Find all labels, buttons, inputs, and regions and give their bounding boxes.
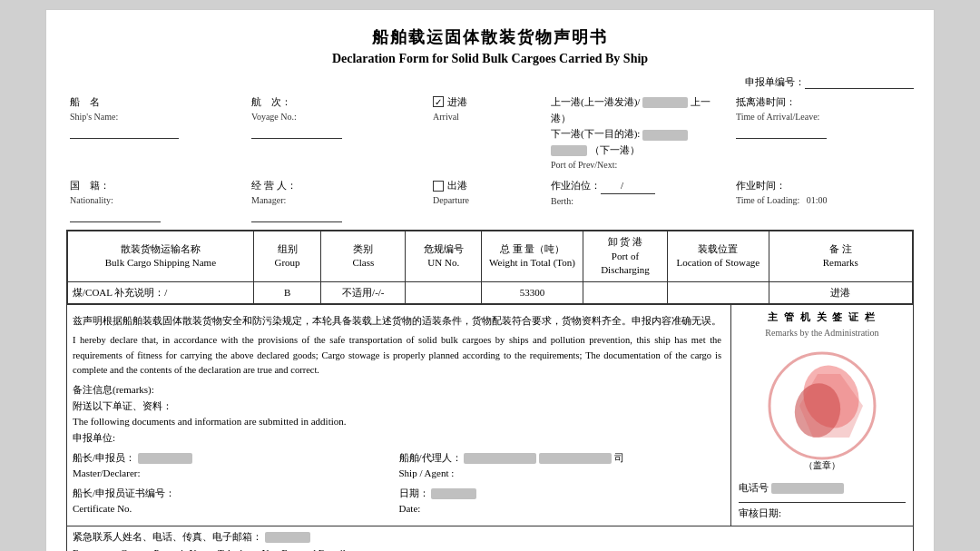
title-en: Declaration Form for Solid Bulk Cargoes …	[66, 52, 914, 66]
arrival-checkbox[interactable]: ✓	[433, 96, 444, 107]
report-no-label: 申报单编号：	[745, 75, 805, 89]
th-class: 类别 Class	[321, 231, 406, 281]
table-cell-7: 进港	[769, 281, 912, 303]
admin-title-en: Remarks by the Administration	[765, 328, 878, 338]
submitter-label: 申报单位:	[73, 430, 721, 447]
agent-label-cn: 船舶/代理人： 司	[399, 450, 722, 467]
berth-value: /	[601, 178, 655, 194]
leave-time-field: 抵离港时间： Time of Arrival/Leave:	[732, 93, 914, 174]
master-value	[138, 453, 192, 464]
table-cell-0: 煤/COAL 补充说明：/	[68, 281, 254, 303]
voyage-label-en: Voyage No.:	[251, 110, 426, 123]
table-cell-3	[406, 281, 482, 303]
berth-field: 作业泊位： / Berth:	[547, 176, 732, 224]
nationality-label-en: Nationality:	[70, 193, 244, 207]
ship-label-cn: 船 名	[70, 94, 244, 110]
departure-checkbox-row: 出港	[433, 178, 544, 193]
date-value	[431, 488, 476, 499]
arrival-label-en: Arrival	[433, 110, 544, 123]
emergency-value	[265, 532, 310, 543]
emergency-label-en: Emergency Contact Person's Name, Telepho…	[73, 546, 907, 551]
nationality-label-cn: 国 籍：	[70, 178, 244, 193]
leave-time-label-en: Time of Arrival/Leave:	[736, 110, 910, 123]
xia-gang-value	[551, 145, 587, 156]
th-weight: 总 重 量（吨） Weight in Total (Ton)	[482, 231, 583, 281]
report-no-row: 申报单编号：	[66, 75, 914, 89]
agent-value-2	[539, 453, 612, 464]
table-cell-4: 53300	[482, 281, 583, 303]
master-label-cn: 船长/申报员：	[73, 450, 396, 467]
th-group: 组别 Group	[253, 231, 320, 281]
phone-label: 电话号	[739, 481, 906, 495]
agent-label-en: Ship / Agent :	[399, 466, 722, 482]
th-discharge: 卸 货 港 Port of Discharging	[583, 231, 667, 281]
seal-svg	[763, 347, 881, 465]
declaration-section: 兹声明根据船舶装载固体散装货物安全和防污染规定，本轮具备装载上述货物的适装条件，…	[67, 305, 731, 526]
departure-field: 出港 Departure	[429, 176, 547, 224]
th-un: 危规编号 UN No.	[406, 231, 482, 281]
master-block: 船长/申报员： Master/Declarer:	[73, 450, 396, 482]
lower-flex: 兹声明根据船舶装载固体散装货物安全和防污染规定，本轮具备装载上述货物的适装条件，…	[67, 305, 913, 526]
table-row: 煤/COAL 补充说明：/B不适用/-/-53300进港	[68, 281, 913, 303]
table-cell-6	[667, 281, 769, 303]
review-date: 审核日期:	[739, 502, 906, 520]
declaration-en: I hereby declare that, in accordance wit…	[73, 333, 721, 379]
table-cell-1: B	[253, 281, 320, 303]
admin-title-cn: 主 管 机 关 签 证 栏	[768, 310, 877, 324]
agent-block: 船舶/代理人： 司 Ship / Agent :	[399, 450, 722, 482]
date-label-en: Date:	[399, 501, 722, 517]
cargo-table-wrapper: 散装货物运输名称 Bulk Cargo Shipping Name 组别 Gro…	[66, 230, 914, 305]
ship-value	[70, 123, 179, 140]
loading-time-label-cn: 作业时间：	[736, 178, 910, 193]
manager-value	[251, 207, 342, 223]
arrival-label-cn: 进港	[447, 94, 467, 110]
nationality-field: 国 籍： Nationality:	[66, 176, 248, 224]
lower-section: 兹声明根据船舶装载固体散装货物安全和防污染规定，本轮具备装载上述货物的适装条件，…	[66, 305, 914, 526]
remarks-section-label: 备注信息(remarks):	[73, 382, 721, 398]
cert-label-cn: 船长/申报员证书编号：	[73, 486, 396, 502]
date-label: 日期：	[399, 486, 722, 502]
voyage-value	[251, 123, 342, 140]
loading-time-value: 01:00	[807, 195, 828, 205]
loading-time-field: 作业时间： Time of Loading: 01:00	[732, 176, 914, 224]
leave-time-value	[736, 123, 827, 140]
manager-label-cn: 经 营 人：	[251, 178, 426, 193]
departure-label-en: Departure	[433, 193, 544, 207]
manager-field: 经 营 人： Manager:	[248, 176, 429, 224]
voyage-field: 航 次： Voyage No.:	[248, 93, 429, 174]
ship-label-en: Ship's Name:	[70, 110, 244, 123]
next-port-value	[642, 130, 688, 141]
signer-grid: 船长/申报员： Master/Declarer: 船舶/代理人： 司 Ship	[73, 450, 721, 517]
agent-value-1	[464, 453, 536, 464]
ship-name-field: 船 名 Ship's Name:	[66, 93, 248, 174]
port-section: 上一港(上一港发港)/ 上一港） 下一港(下一目的港): （下一港） Port …	[547, 93, 732, 174]
port-label-en: Port of Prev/Next:	[551, 158, 729, 172]
master-label-en: Master/Declarer:	[73, 466, 396, 482]
docs-label-en: The following documents and information …	[73, 414, 721, 430]
table-cell-5	[583, 281, 667, 303]
report-no-value	[805, 75, 914, 89]
arrival-checkbox-row: ✓ 进港	[433, 94, 544, 110]
seal-area	[763, 347, 881, 465]
company-suffix: 司	[614, 452, 624, 463]
prev-port-value	[642, 97, 688, 108]
emergency-label-cn: 紧急联系人姓名、电话、传真、电子邮箱：	[73, 529, 907, 546]
cert-label-en: Certificate No.	[73, 501, 396, 517]
voyage-label-cn: 航 次：	[251, 94, 426, 110]
emergency-section: 紧急联系人姓名、电话、传真、电子邮箱： Emergency Contact Pe…	[66, 526, 914, 551]
th-stowage: 装载位置 Location of Stowage	[667, 231, 769, 281]
th-remarks: 备 注 Remarks	[769, 231, 912, 281]
berth-label-cn: 作业泊位： /	[551, 178, 729, 194]
loading-time-label-en: Time of Loading: 01:00	[736, 193, 910, 207]
leave-time-label-cn: 抵离港时间：	[736, 94, 910, 110]
cargo-table: 散装货物运输名称 Bulk Cargo Shipping Name 组别 Gro…	[67, 231, 913, 304]
phone-value	[771, 483, 844, 494]
departure-label-cn: 出港	[447, 178, 467, 193]
departure-checkbox[interactable]	[433, 181, 444, 192]
nationality-value	[70, 207, 161, 223]
manager-label-en: Manager:	[251, 193, 426, 207]
declaration-cn: 兹声明根据船舶装载固体散装货物安全和防污染规定，本轮具备装载上述货物的适装条件，…	[73, 314, 721, 330]
table-cell-2: 不适用/-/-	[321, 281, 406, 303]
date-block: 日期： Date:	[399, 486, 722, 517]
next-port-label: 下一港(下一目的港):	[551, 126, 729, 143]
